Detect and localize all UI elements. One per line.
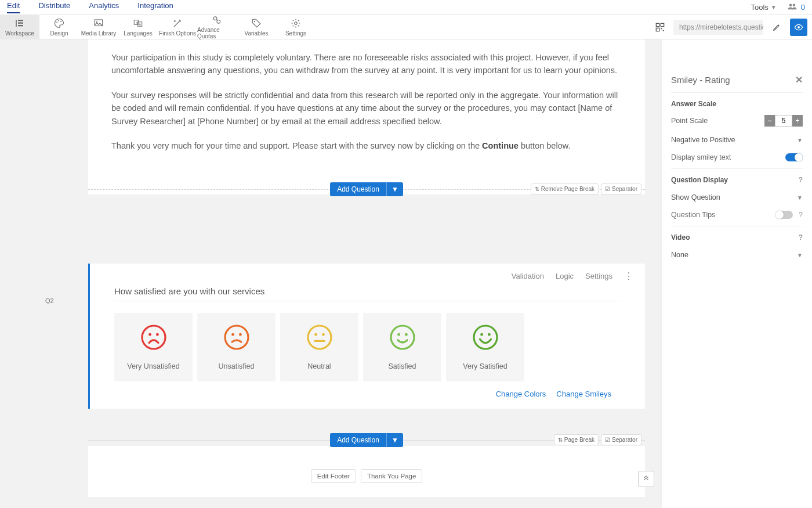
close-icon[interactable]: ✕ bbox=[795, 74, 803, 85]
remove-page-break-button[interactable]: ⇅Remove Page Break bbox=[531, 183, 599, 194]
toolbar: Workspace Design Media Library 文A Langua… bbox=[0, 15, 812, 39]
nav-analytics[interactable]: Analytics bbox=[89, 1, 119, 13]
question-tips-toggle[interactable] bbox=[775, 211, 793, 219]
smiley-option-3[interactable]: Neutral bbox=[280, 313, 358, 381]
tool-finish[interactable]: Finish Options bbox=[158, 15, 197, 39]
edit-footer-button[interactable]: Edit Footer bbox=[311, 469, 356, 483]
scroll-top-button[interactable] bbox=[638, 471, 654, 487]
help-icon[interactable]: ? bbox=[799, 176, 803, 184]
help-icon[interactable]: ? bbox=[799, 211, 803, 219]
tools-menu[interactable]: Tools ▼ bbox=[751, 3, 777, 12]
qr-icon[interactable] bbox=[651, 19, 669, 36]
add-question-dropdown[interactable]: ▼ bbox=[386, 182, 403, 196]
chevron-down-icon: ▼ bbox=[797, 137, 803, 143]
stepper-plus[interactable]: + bbox=[792, 115, 803, 127]
video-select[interactable]: None ▼ bbox=[671, 248, 803, 261]
show-question-select[interactable]: Show Question ▼ bbox=[671, 191, 803, 204]
happy-icon bbox=[472, 323, 499, 351]
svg-point-6 bbox=[56, 22, 57, 23]
canvas: Q2 Your participation in this study is c… bbox=[0, 39, 661, 508]
display-text-toggle[interactable] bbox=[785, 153, 803, 161]
logic-link[interactable]: Logic bbox=[556, 272, 574, 280]
nav-integration[interactable]: Integration bbox=[137, 1, 173, 13]
svg-rect-19 bbox=[656, 23, 659, 26]
svg-rect-22 bbox=[661, 28, 662, 29]
smiley-option-2[interactable]: Unsatisfied bbox=[197, 313, 276, 381]
settings-link[interactable]: Settings bbox=[585, 272, 612, 280]
svg-point-8 bbox=[60, 21, 61, 22]
question-title[interactable]: How satisfied are you with our services bbox=[90, 280, 645, 301]
panel-title: Smiley - Rating bbox=[671, 75, 730, 85]
edit-url-button[interactable] bbox=[768, 19, 785, 36]
svg-point-24 bbox=[798, 26, 800, 28]
smiley-option-5[interactable]: Very Satisfied bbox=[446, 313, 524, 381]
image-icon bbox=[93, 18, 104, 28]
validation-link[interactable]: Validation bbox=[512, 272, 544, 280]
tool-languages[interactable]: 文A Languages bbox=[118, 15, 158, 39]
smiley-option-4[interactable]: Satisfied bbox=[363, 313, 441, 381]
intro-block: Your participation in this study is comp… bbox=[88, 39, 645, 194]
svg-text:A: A bbox=[139, 23, 142, 26]
svg-point-29 bbox=[231, 333, 234, 336]
more-icon[interactable]: ⋮ bbox=[624, 273, 633, 279]
help-icon[interactable]: ? bbox=[799, 233, 803, 242]
tag-icon bbox=[251, 18, 262, 28]
question-card[interactable]: Validation Logic Settings ⋮ How satisfie… bbox=[88, 264, 645, 409]
svg-point-38 bbox=[474, 326, 497, 349]
page-break-button[interactable]: ⇅Page Break bbox=[554, 434, 599, 445]
direction-select[interactable]: Negative to Positive ▼ bbox=[671, 134, 803, 146]
workspace-icon bbox=[14, 18, 25, 28]
svg-point-35 bbox=[391, 326, 414, 349]
add-question-dropdown-2[interactable]: ▼ bbox=[386, 433, 403, 447]
nav-edit[interactable]: Edit bbox=[7, 1, 20, 13]
intro-p3: Thank you very much for your time and su… bbox=[111, 139, 622, 152]
display-text-label: Display smiley text bbox=[671, 153, 731, 161]
people-icon bbox=[787, 2, 798, 12]
survey-url[interactable]: https://mirebelotests.questionpro.co bbox=[673, 20, 763, 35]
svg-point-37 bbox=[405, 333, 408, 336]
separator-button-2[interactable]: ☑Separator bbox=[601, 434, 641, 445]
svg-point-26 bbox=[148, 333, 151, 336]
svg-point-16 bbox=[217, 20, 220, 24]
separator-button[interactable]: ☑Separator bbox=[601, 183, 641, 194]
change-smileys-link[interactable]: Change Smileys bbox=[556, 390, 611, 398]
intro-p2: Your survey responses will be strictly c… bbox=[111, 89, 622, 128]
stepper-minus[interactable]: − bbox=[764, 115, 775, 127]
smiley-option-1[interactable]: Very Unsatisfied bbox=[114, 313, 193, 381]
svg-rect-20 bbox=[661, 23, 664, 26]
question-tips-label: Question Tips bbox=[671, 211, 715, 219]
add-question-button[interactable]: Add Question bbox=[330, 182, 386, 196]
add-question-button-2[interactable]: Add Question bbox=[330, 433, 386, 447]
change-colors-link[interactable]: Change Colors bbox=[496, 390, 546, 398]
svg-point-7 bbox=[58, 20, 59, 21]
tool-workspace[interactable]: Workspace bbox=[0, 15, 39, 39]
svg-point-0 bbox=[789, 4, 792, 7]
svg-text:文: 文 bbox=[136, 21, 139, 24]
preview-button[interactable] bbox=[790, 19, 807, 36]
svg-rect-4 bbox=[18, 23, 23, 24]
point-scale-stepper[interactable]: − + bbox=[764, 115, 803, 127]
wand-icon bbox=[172, 18, 183, 28]
tool-variables[interactable]: Variables bbox=[237, 15, 276, 39]
collab-count: 0 bbox=[801, 3, 805, 12]
tool-quotas[interactable]: Advance Quotas bbox=[197, 15, 237, 39]
svg-point-18 bbox=[295, 22, 298, 25]
nav-distribute[interactable]: Distribute bbox=[38, 1, 70, 13]
point-scale-input[interactable] bbox=[775, 115, 792, 127]
svg-point-40 bbox=[488, 333, 491, 336]
thank-you-button[interactable]: Thank You Page bbox=[361, 469, 422, 483]
tool-settings[interactable]: Settings bbox=[276, 15, 316, 39]
tool-design[interactable]: Design bbox=[39, 15, 79, 39]
add-question-row-1: Add Question ▼ ⇅Remove Page Break ☑Separ… bbox=[88, 184, 645, 194]
svg-rect-23 bbox=[663, 30, 664, 31]
collaborators[interactable]: 0 bbox=[787, 2, 805, 12]
answer-scale-heading: Answer Scale bbox=[671, 100, 803, 108]
footer-block: Edit Footer Thank You Page bbox=[88, 446, 645, 497]
chevron-down-icon: ▼ bbox=[771, 4, 777, 10]
tool-media[interactable]: Media Library bbox=[79, 15, 118, 39]
tools-label: Tools bbox=[751, 3, 768, 12]
svg-point-39 bbox=[480, 333, 483, 336]
neutral-icon bbox=[306, 323, 334, 351]
svg-rect-2 bbox=[16, 20, 17, 27]
svg-point-30 bbox=[239, 333, 242, 336]
